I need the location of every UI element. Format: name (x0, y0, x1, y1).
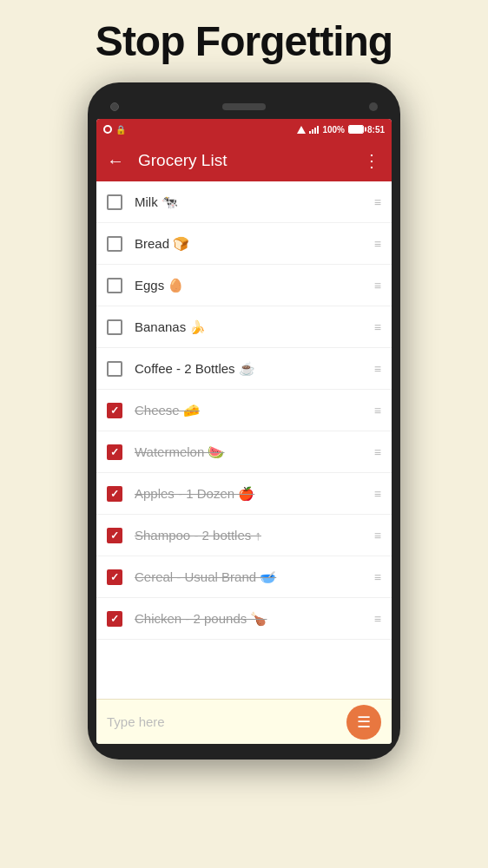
list-item: ✓Chicken - 2 pounds 🍗≡ (96, 598, 392, 640)
item-text: Coffee - 2 Bottles ☕ (135, 361, 367, 377)
overflow-menu-button[interactable]: ⋮ (363, 150, 381, 171)
checkbox-4[interactable] (107, 319, 122, 335)
speaker (222, 103, 266, 110)
phone-device: 🔒 100% 8:51 ← Grocery List ⋮ (88, 82, 400, 760)
wifi-icon (297, 126, 306, 134)
list-item: ✓Shampoo - 2 bottles ↑≡ (96, 515, 392, 556)
checkbox-11[interactable]: ✓ (107, 611, 122, 627)
item-text: Watermelon 🍉 (135, 444, 367, 460)
status-right: 100% 8:51 (297, 125, 385, 135)
grocery-list: Milk 🐄≡Bread 🍞≡Eggs 🥚≡Bananas 🍌≡Coffee -… (96, 181, 392, 699)
checkbox-5[interactable] (107, 361, 122, 377)
app-bar-title: Grocery List (138, 151, 363, 170)
lock-icon: 🔒 (115, 125, 126, 135)
list-item: Bananas 🍌≡ (96, 306, 392, 348)
checkbox-2[interactable] (107, 236, 122, 252)
list-item: Eggs 🥚≡ (96, 265, 392, 306)
phone-screen: 🔒 100% 8:51 ← Grocery List ⋮ (96, 119, 392, 744)
add-list-icon: ☰ (357, 714, 371, 730)
add-item-button[interactable]: ☰ (346, 705, 381, 740)
checkmark-icon: ✓ (110, 405, 119, 416)
notification-icon (103, 125, 112, 134)
item-text: Cheese 🧀 (135, 403, 367, 418)
list-item: ✓Cereal - Usual Brand 🥣≡ (96, 556, 392, 598)
checkbox-3[interactable] (107, 278, 122, 293)
drag-handle-icon[interactable]: ≡ (374, 195, 381, 209)
item-text: Cereal - Usual Brand 🥣 (135, 569, 367, 585)
status-left: 🔒 (103, 125, 126, 135)
back-button[interactable]: ← (107, 151, 124, 171)
drag-handle-icon[interactable]: ≡ (374, 529, 381, 542)
drag-handle-icon[interactable]: ≡ (374, 445, 381, 459)
signal-icon (309, 125, 319, 134)
checkmark-icon: ✓ (110, 489, 119, 499)
checkbox-1[interactable] (107, 194, 122, 210)
type-here-input[interactable]: Type here (107, 714, 346, 729)
clock: 8:51 (367, 125, 385, 135)
list-item: Coffee - 2 Bottles ☕≡ (96, 348, 392, 390)
page-headline: Stop Forgetting (96, 17, 392, 65)
checkmark-icon: ✓ (110, 614, 119, 624)
camera-sensor (110, 102, 119, 111)
checkbox-10[interactable]: ✓ (107, 569, 122, 585)
item-text: Chicken - 2 pounds 🍗 (135, 611, 367, 627)
list-item: Bread 🍞≡ (96, 223, 392, 265)
item-text: Apples - 1 Dozen 🍎 (135, 486, 367, 502)
status-bar: 🔒 100% 8:51 (96, 119, 392, 140)
list-item: Milk 🐄≡ (96, 181, 392, 223)
checkbox-6[interactable]: ✓ (107, 403, 122, 418)
checkbox-7[interactable]: ✓ (107, 444, 122, 460)
battery-icon (348, 125, 364, 134)
item-text: Eggs 🥚 (135, 278, 367, 293)
app-bar: ← Grocery List ⋮ (96, 140, 392, 181)
drag-handle-icon[interactable]: ≡ (374, 404, 381, 418)
item-text: Milk 🐄 (135, 194, 367, 210)
phone-top-bar (96, 95, 392, 119)
drag-handle-icon[interactable]: ≡ (374, 612, 381, 626)
drag-handle-icon[interactable]: ≡ (374, 320, 381, 334)
item-text: Bananas 🍌 (135, 319, 367, 335)
drag-handle-icon[interactable]: ≡ (374, 237, 381, 251)
item-text: Shampoo - 2 bottles ↑ (135, 528, 367, 542)
checkmark-icon: ✓ (110, 530, 119, 541)
drag-handle-icon[interactable]: ≡ (374, 487, 381, 501)
input-bar: Type here ☰ (96, 699, 392, 744)
checkbox-8[interactable]: ✓ (107, 486, 122, 502)
light-sensor (369, 102, 378, 111)
list-item: ✓Cheese 🧀≡ (96, 390, 392, 431)
item-text: Bread 🍞 (135, 236, 367, 252)
drag-handle-icon[interactable]: ≡ (374, 279, 381, 293)
battery-percent: 100% (322, 125, 345, 135)
checkmark-icon: ✓ (110, 447, 119, 457)
drag-handle-icon[interactable]: ≡ (374, 362, 381, 376)
checkbox-9[interactable]: ✓ (107, 528, 122, 543)
list-item: ✓Apples - 1 Dozen 🍎≡ (96, 473, 392, 515)
checkmark-icon: ✓ (110, 572, 119, 582)
drag-handle-icon[interactable]: ≡ (374, 570, 381, 584)
list-item: ✓Watermelon 🍉≡ (96, 431, 392, 473)
